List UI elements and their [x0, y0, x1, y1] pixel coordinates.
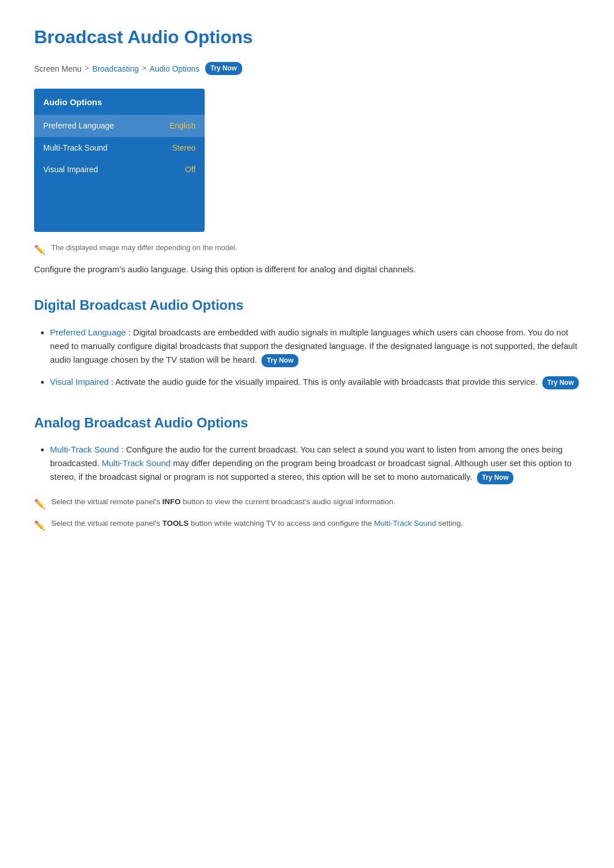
analog-note-2-text: Select the virtual remote panel's TOOLS …: [51, 517, 463, 530]
page-description: Configure the program's audio language. …: [34, 263, 580, 276]
image-note: ✏️ The displayed image may differ depend…: [34, 242, 580, 258]
menu-row-preferred-language[interactable]: Preferred Language English: [34, 115, 205, 136]
analog-section: Analog Broadcast Audio Options Multi-Tra…: [34, 412, 580, 533]
menu-row-value-multi-track: Stereo: [172, 142, 196, 154]
breadcrumb-link-audio-options[interactable]: Audio Options: [150, 63, 200, 75]
breadcrumb: Screen Menu > Broadcasting > Audio Optio…: [34, 62, 580, 75]
try-now-badge-visual-impaired[interactable]: Try Now: [542, 376, 579, 389]
try-now-badge-preferred-language[interactable]: Try Now: [262, 354, 298, 367]
digital-section-list: Preferred Language : Digital broadcasts …: [34, 326, 580, 389]
pencil-icon: ✏️: [34, 243, 45, 258]
digital-section-heading: Digital Broadcast Audio Options: [34, 294, 580, 316]
menu-spacer: [34, 181, 205, 232]
analog-note-2-end: setting.: [438, 519, 463, 528]
multi-track-link: Multi-Track Sound: [102, 458, 171, 468]
analog-note-1-bold: INFO: [162, 497, 180, 506]
visual-impaired-body: : Activate the audio guide for the visua…: [111, 377, 537, 387]
breadcrumb-root: Screen Menu: [34, 63, 81, 75]
list-item-multi-track-sound: Multi-Track Sound : Configure the audio …: [50, 443, 580, 484]
breadcrumb-link-broadcasting[interactable]: Broadcasting: [92, 63, 139, 75]
audio-options-menu: Audio Options Preferred Language English…: [34, 89, 205, 231]
try-now-badge-multi-track[interactable]: Try Now: [477, 471, 514, 484]
analog-section-heading: Analog Broadcast Audio Options: [34, 412, 580, 434]
menu-row-label-preferred-language: Preferred Language: [43, 119, 114, 132]
analog-note-2: ✏️ Select the virtual remote panel's TOO…: [34, 517, 580, 533]
breadcrumb-sep2: >: [142, 63, 146, 74]
pencil-icon-1: ✏️: [34, 497, 45, 512]
analog-note-1-after: button to view the current broadcast's a…: [182, 497, 395, 506]
digital-section: Digital Broadcast Audio Options Preferre…: [34, 294, 580, 389]
page-title: Broadcast Audio Options: [34, 23, 580, 52]
menu-row-visual-impaired[interactable]: Visual Impaired Off: [34, 159, 205, 180]
menu-row-value-visual-impaired: Off: [185, 163, 196, 176]
image-note-text: The displayed image may differ depending…: [51, 242, 237, 254]
analog-note-2-before: Select the virtual remote panel's: [51, 519, 162, 528]
list-item-preferred-language: Preferred Language : Digital broadcasts …: [50, 326, 580, 367]
menu-row-multi-track-sound[interactable]: Multi-Track Sound Stereo: [34, 137, 205, 159]
breadcrumb-sep1: >: [85, 63, 89, 74]
analog-note-2-bold: TOOLS: [162, 519, 188, 528]
visual-impaired-title: Visual Impaired: [50, 377, 109, 387]
analog-note-1-text: Select the virtual remote panel's INFO b…: [51, 496, 396, 508]
analog-note-2-blue: Multi-Track Sound: [374, 519, 436, 528]
menu-row-value-preferred-language: English: [169, 119, 196, 132]
pencil-icon-2: ✏️: [34, 518, 45, 533]
menu-row-label-visual-impaired: Visual Impaired: [43, 163, 98, 176]
menu-title: Audio Options: [34, 89, 205, 115]
preferred-language-title: Preferred Language: [50, 327, 126, 337]
try-now-badge-breadcrumb[interactable]: Try Now: [205, 62, 242, 75]
analog-note-2-after: button while watching TV to access and c…: [190, 519, 374, 528]
analog-note-1: ✏️ Select the virtual remote panel's INF…: [34, 496, 580, 512]
preferred-language-body: : Digital broadcasts are embedded with a…: [50, 327, 577, 364]
analog-section-list: Multi-Track Sound : Configure the audio …: [34, 443, 580, 484]
list-item-visual-impaired: Visual Impaired : Activate the audio gui…: [50, 375, 580, 389]
multi-track-title: Multi-Track Sound: [50, 445, 119, 454]
analog-note-1-before: Select the virtual remote panel's: [51, 497, 162, 506]
menu-row-label-multi-track: Multi-Track Sound: [43, 142, 107, 154]
